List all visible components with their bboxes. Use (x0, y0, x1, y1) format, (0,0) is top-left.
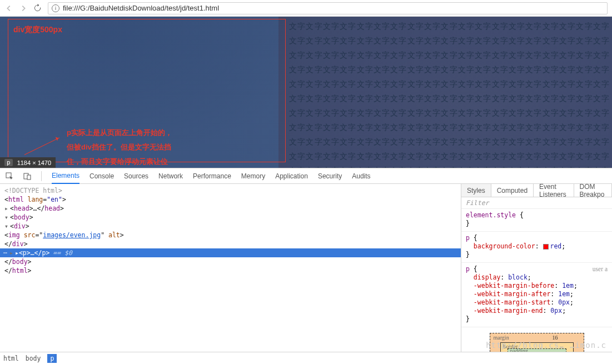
address-bar[interactable]: i file:///G:/BaiduNetdiskDownload/test/j… (48, 2, 608, 14)
devtools-tab-performance[interactable]: Performance (193, 169, 231, 183)
back-button[interactable] (4, 4, 13, 13)
styles-tab-styles[interactable]: Styles (461, 184, 491, 197)
inspect-icon[interactable] (6, 172, 13, 180)
doctype-line: <!DOCTYPE html> (3, 186, 457, 195)
styles-tab-computed[interactable]: Computed (491, 184, 534, 197)
devtools-tab-memory[interactable]: Memory (241, 169, 265, 183)
rule-p-useragent[interactable]: user a p { display: block; -webkit-margi… (461, 263, 612, 327)
styles-tab-dom-breakpo[interactable]: DOM Breakpo (574, 184, 612, 197)
annotation-div-width: div宽度500px (13, 23, 62, 36)
breadcrumb-body[interactable]: body (26, 355, 41, 362)
styles-tab-event-listeners[interactable]: Event Listeners (534, 184, 574, 197)
url-text: file:///G:/BaiduNetdiskDownload/test/jd/… (63, 4, 219, 12)
breadcrumb-p[interactable]: p (47, 354, 57, 363)
img-node[interactable]: <img src="images/even.jpg" alt> (3, 231, 457, 240)
elements-dom-tree[interactable]: <!DOCTYPE html> <html lang="en"> <head>…… (0, 184, 461, 352)
devtools-tab-security[interactable]: Security (318, 169, 342, 183)
devtools-body: <!DOCTYPE html> <html lang="en"> <head>…… (0, 184, 612, 352)
devtools-tab-application[interactable]: Application (275, 169, 308, 183)
head-node[interactable]: <head>…</head> (3, 204, 457, 213)
browser-toolbar: i file:///G:/BaiduNetdiskDownload/test/j… (0, 0, 612, 17)
elements-breadcrumb[interactable]: htmlbodyp (0, 352, 612, 364)
page-viewport: 文字文字文字文字文字文字文字文字文字文字文字文字文字文字文字文字文字文字文字文字… (0, 17, 612, 168)
devtools-tab-console[interactable]: Console (89, 169, 114, 183)
forward-button[interactable] (19, 4, 28, 13)
devtools-tab-sources[interactable]: Sources (124, 169, 148, 183)
svg-rect-2 (27, 175, 31, 179)
rule-p-author[interactable]: p { background-color: red;} (461, 232, 612, 263)
hover-size: 1184 × 1470 (17, 159, 51, 166)
breadcrumb-html[interactable]: html (3, 355, 19, 362)
devtools-tab-audits[interactable]: Audits (352, 169, 370, 183)
color-swatch-icon[interactable] (543, 244, 549, 250)
styles-pane: StylesComputedEvent ListenersDOM Breakpo… (461, 184, 612, 352)
devtools-panel: Elements Console Sources Network Perform… (0, 168, 612, 364)
hover-tag-name: p (4, 159, 13, 166)
reload-button[interactable] (33, 4, 42, 13)
devtools-tab-bar: Elements Console Sources Network Perform… (0, 168, 612, 184)
div-node[interactable]: <div> (3, 222, 457, 231)
styles-subtabs: StylesComputedEvent ListenersDOM Breakpo (461, 184, 612, 197)
watermark: http://blog.cs… …imon.c (486, 341, 606, 350)
styles-filter[interactable]: Filter (461, 197, 612, 209)
element-hover-tooltip: p 1184 × 1470 (0, 157, 56, 168)
devtools-tab-elements[interactable]: Elements (52, 168, 79, 184)
site-info-icon[interactable]: i (52, 4, 59, 12)
rule-element-style[interactable]: element.style {} (461, 209, 612, 232)
annotation-explanation: p实际上是从页面左上角开始的， 但被div挡住了。但是文字无法挡 住，而且文字要… (67, 126, 189, 168)
html-open: <html lang="en"> (3, 195, 457, 204)
device-toolbar-icon[interactable] (23, 172, 31, 180)
devtools-tab-network[interactable]: Network (158, 169, 183, 183)
wrapped-text: 文字文字文字文字文字文字文字文字文字文字文字文字文字文字文字文字文字文字文字文字… (289, 19, 612, 168)
selected-p-node[interactable]: ⋯ ▸ <p>…</p>== $0 (0, 248, 461, 257)
body-node[interactable]: <body> (3, 213, 457, 222)
